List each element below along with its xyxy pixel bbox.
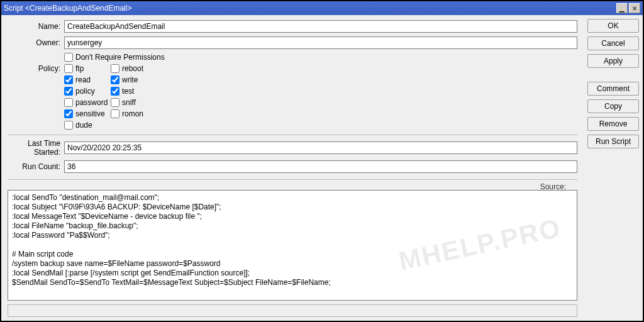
run-script-button[interactable]: Run Script [587, 135, 639, 148]
policy-sensitive-checkbox[interactable]: sensitive [64, 109, 111, 118]
source-label: Source: [540, 182, 577, 191]
policy-read-checkbox[interactable]: read [64, 75, 111, 84]
policy-reboot-checkbox[interactable]: reboot [111, 64, 157, 73]
cancel-button[interactable]: Cancel [587, 36, 639, 50]
policy-ftp-checkbox[interactable]: ftp [64, 64, 111, 73]
dont-require-label: Don't Require Permissions [75, 53, 165, 62]
policy-policy-checkbox[interactable]: policy [64, 87, 111, 96]
comment-button[interactable]: Comment [587, 82, 639, 96]
minimize-button[interactable]: ▁ [616, 3, 628, 13]
policy-sniff-checkbox[interactable]: sniff [111, 98, 157, 107]
policy-romon-checkbox[interactable]: romon [111, 109, 157, 118]
dont-require-permissions-checkbox[interactable]: Don't Require Permissions [64, 53, 165, 62]
window-title: Script <CreateBackupAndSendEmail> [4, 4, 615, 13]
remove-button[interactable]: Remove [587, 117, 639, 131]
name-label: Name: [8, 22, 64, 31]
policy-dude-checkbox[interactable]: dude [64, 121, 111, 130]
last-time-started-field [64, 142, 577, 154]
ok-button[interactable]: OK [587, 19, 639, 33]
apply-button[interactable]: Apply [587, 54, 639, 68]
copy-button[interactable]: Copy [587, 99, 639, 113]
close-button[interactable]: ✕ [629, 3, 640, 13]
name-input[interactable] [64, 20, 577, 33]
policy-test-checkbox[interactable]: test [111, 87, 157, 96]
source-textarea[interactable] [8, 190, 577, 301]
run-count-label: Run Count: [8, 162, 64, 171]
status-bar [8, 304, 577, 317]
policy-password-checkbox[interactable]: password [64, 98, 111, 107]
owner-input[interactable] [64, 36, 577, 49]
policy-write-checkbox[interactable]: write [111, 75, 157, 84]
run-count-field [64, 160, 577, 173]
policy-label: Policy: [8, 64, 64, 73]
last-time-started-label: Last Time Started: [8, 139, 64, 157]
owner-label: Owner: [8, 38, 64, 47]
